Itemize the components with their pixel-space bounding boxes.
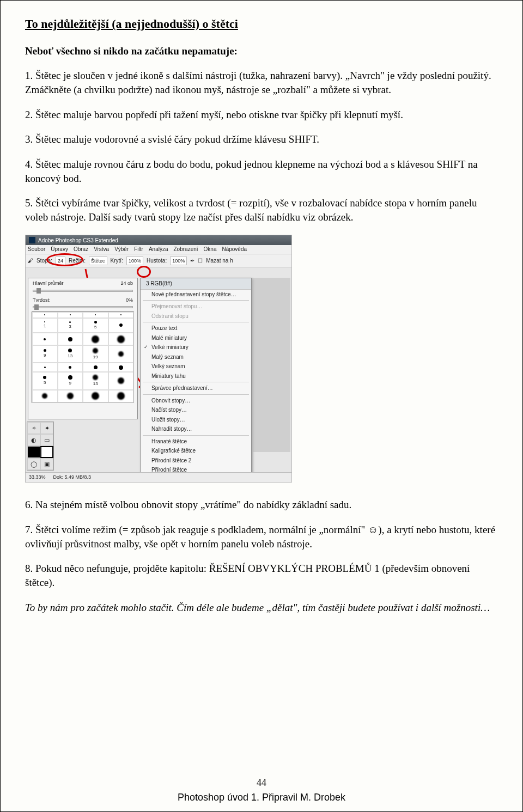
menu-item[interactable]: Nahradit stopy… (141, 424, 251, 434)
hustota-value[interactable]: 100% (170, 257, 187, 265)
page-subtitle: Neboť všechno si nikdo na začátku nepama… (25, 44, 498, 58)
menu-vrstva[interactable]: Vrstva (94, 246, 109, 253)
brush-thumbnail[interactable] (108, 345, 134, 363)
menu-item[interactable]: Uložit stopy… (141, 415, 251, 425)
menu-item: Odstranit stopu (141, 312, 251, 321)
hardness-value[interactable]: 0% (126, 297, 133, 303)
diameter-label: Hlavní průměr (33, 280, 64, 286)
kryti-label: Krytí: (111, 257, 123, 265)
doc-size: Dok: 5.49 MB/8.3 (53, 474, 92, 481)
menu-item[interactable]: Kaligrafické štětce (141, 446, 251, 456)
brush-thumbnail[interactable] (32, 390, 58, 402)
brush-thumbnail[interactable] (108, 372, 134, 389)
brush-tool-icon[interactable]: 🖌 (28, 257, 33, 265)
menu-analyza[interactable]: Analýza (149, 246, 168, 253)
menu-item[interactable]: Načíst stopy… (141, 405, 251, 415)
menu-okna[interactable]: Okna (204, 246, 217, 253)
hardness-label: Tvrdost: (33, 297, 51, 303)
brush-thumbnail[interactable]: 9 (58, 372, 83, 389)
brush-thumbnail[interactable]: 13 (83, 372, 108, 389)
brush-thumbnail[interactable]: 13 (58, 345, 83, 363)
paragraph-6: 6. Na stejném místě volbou obnovit stopy… (25, 498, 498, 512)
brush-thumbnail[interactable] (32, 312, 58, 318)
brush-thumbnail[interactable] (32, 363, 58, 372)
brush-thumbnail[interactable]: 5 (32, 372, 58, 389)
menu-filtr[interactable]: Filtr (134, 246, 143, 253)
brush-thumbnail[interactable] (108, 363, 134, 372)
tool-icon[interactable]: ▭ (40, 434, 53, 446)
page-footer: 44 Photoshop úvod 1. Připravil M. Drobek (1, 776, 522, 804)
brush-flyout-menu: 3 RGB(8#) Nové přednastavení stopy štětc… (140, 278, 252, 483)
menu-header: 3 RGB(8#) (141, 278, 251, 290)
brush-thumbnail[interactable]: 1 (32, 318, 58, 333)
background-color-icon[interactable] (40, 446, 53, 458)
mazat-checkbox[interactable]: ☐ (198, 257, 203, 265)
brush-thumbnail[interactable] (83, 390, 108, 402)
brush-thumbnail[interactable] (108, 312, 134, 318)
menu-soubor[interactable]: Soubor (28, 246, 45, 253)
paragraph-2: 2. Štětec maluje barvou popředí při taže… (25, 108, 498, 122)
menu-item[interactable]: Hranaté štětce (141, 437, 251, 447)
rezim-value[interactable]: Štětec (89, 257, 107, 265)
canvas-area (252, 278, 290, 452)
menu-separator (143, 435, 249, 436)
menu-separator (143, 322, 249, 322)
paragraph-1: 1. Štětec je sloučen v jedné ikoně s dal… (25, 69, 498, 96)
brush-thumbnail[interactable]: 3 (58, 318, 83, 333)
menu-item[interactable]: Malé miniatury (141, 333, 251, 343)
brush-thumbnail[interactable] (32, 333, 58, 345)
menu-item[interactable]: Obnovit stopy… (141, 396, 251, 406)
brush-thumbnail[interactable] (108, 390, 134, 402)
annotation-circle-flyout (137, 266, 151, 278)
brush-thumbnail[interactable] (83, 333, 108, 345)
menu-napoveda[interactable]: Nápověda (222, 246, 247, 253)
screenmode-icon[interactable]: ▣ (40, 458, 53, 470)
kryti-value[interactable]: 100% (126, 257, 143, 265)
brush-thumbnail[interactable] (108, 318, 134, 333)
diameter-slider[interactable] (33, 290, 133, 292)
paragraph-8: 8. Pokud něco nefunguje, projděte kapito… (25, 561, 498, 589)
paragraph-4: 4. Štětec maluje rovnou čáru z bodu do b… (25, 157, 498, 185)
menu-item[interactable]: Malý seznam (141, 352, 251, 362)
menu-item[interactable]: Nové přednastavení stopy štětce… (141, 290, 251, 300)
airbrush-icon[interactable]: ✒ (190, 257, 194, 265)
brush-thumbnail[interactable] (58, 363, 83, 372)
brush-thumbnails-grid[interactable]: 135913195913 (32, 312, 134, 403)
photoshop-screenshot: Adobe Photoshop CS3 Extended Soubor Úpra… (25, 235, 292, 483)
brush-thumbnail[interactable]: 19 (83, 345, 108, 363)
menu-vyber[interactable]: Výběr (114, 246, 129, 253)
menu-obraz[interactable]: Obraz (74, 246, 88, 253)
footer-credit: Photoshop úvod 1. Připravil M. Drobek (1, 791, 522, 804)
menu-separator (143, 394, 249, 395)
foreground-color-icon[interactable] (27, 446, 40, 458)
hustota-label: Hustota: (147, 257, 167, 265)
menu-item[interactable]: Miniatury tahu (141, 371, 251, 381)
brush-thumbnail[interactable] (83, 363, 108, 372)
tool-icon[interactable]: ✧ (27, 422, 40, 434)
tool-icon[interactable]: ✦ (40, 422, 53, 434)
tool-icon[interactable]: ◐ (27, 434, 40, 446)
brush-thumbnail[interactable] (108, 333, 134, 345)
menu-item[interactable]: Pouze text (141, 323, 251, 333)
brush-thumbnail[interactable] (58, 390, 83, 402)
brush-thumbnail[interactable] (58, 333, 83, 345)
menu-zobrazeni[interactable]: Zobrazení (174, 246, 198, 253)
menu-item[interactable]: Velké miniatury (141, 343, 251, 352)
photoshop-logo-icon (29, 237, 35, 243)
menu-item[interactable]: Správce přednastavení… (141, 383, 251, 393)
mazat-label: Mazat na h (206, 257, 233, 265)
zoom-level[interactable]: 33.33% (29, 474, 46, 481)
menu-item[interactable]: Přírodní štětce 2 (141, 456, 251, 466)
brush-thumbnail[interactable] (83, 312, 108, 318)
quickmask-icon[interactable]: ◯ (27, 458, 40, 470)
brush-thumbnail[interactable]: 5 (83, 318, 108, 333)
page-number: 44 (1, 776, 522, 789)
page-title: To nejdůležitější (a nejjednodušší) o št… (25, 16, 498, 32)
menu-upravy[interactable]: Úpravy (51, 246, 68, 253)
brush-thumbnail[interactable] (58, 312, 83, 318)
diameter-value[interactable]: 24 ob (120, 280, 133, 286)
toolbox[interactable]: ✧ ✦ ◐ ▭ ◯ ▣ (27, 422, 54, 471)
hardness-slider[interactable] (33, 306, 133, 308)
menu-item[interactable]: Velký seznam (141, 362, 251, 371)
brush-thumbnail[interactable]: 9 (32, 345, 58, 363)
